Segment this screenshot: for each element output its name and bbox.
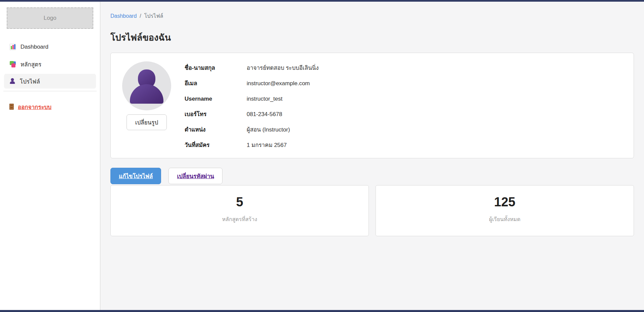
sidebar-item-label: โปรไฟล์ bbox=[20, 77, 40, 86]
field-row-position: ตำแหน่ง ผู้สอน (Instructor) bbox=[185, 126, 624, 133]
edit-profile-button[interactable]: แก้ไขโปรไฟล์ bbox=[110, 168, 161, 184]
field-label: ตำแหน่ง bbox=[185, 126, 247, 133]
breadcrumb-dashboard-link[interactable]: Dashboard bbox=[110, 13, 137, 19]
logout-link[interactable]: ออกจากระบบ bbox=[4, 100, 96, 113]
field-row-phone: เบอร์โทร 081-234-5678 bbox=[185, 111, 624, 118]
logo-placeholder: Logo bbox=[7, 7, 93, 29]
bar-chart-icon bbox=[9, 44, 16, 50]
avatar-column: เปลี่ยนรูป bbox=[118, 61, 175, 149]
profile-card: เปลี่ยนรูป ชื่อ-นามสกุล อาจารย์ทดสอบ ระบ… bbox=[110, 53, 634, 158]
field-row-register-date: วันที่สมัคร 1 มกราคม 2567 bbox=[185, 142, 624, 149]
logout-label: ออกจากระบบ bbox=[18, 102, 51, 111]
field-label: Username bbox=[185, 96, 247, 102]
field-value: อาจารย์ทดสอบ ระบบอีเลินนิ่ง bbox=[247, 65, 319, 71]
logo-text: Logo bbox=[44, 15, 56, 21]
stat-label: ผู้เรียนทั้งหมด bbox=[376, 215, 634, 223]
door-icon bbox=[9, 104, 14, 110]
field-value: instructor_test bbox=[247, 96, 283, 102]
field-label: วันที่สมัคร bbox=[185, 142, 247, 149]
sidebar-item-profile[interactable]: โปรไฟล์ bbox=[4, 74, 96, 89]
page-title: โปรไฟล์ของฉัน bbox=[110, 30, 634, 45]
avatar bbox=[122, 61, 171, 110]
field-label: ชื่อ-นามสกุล bbox=[185, 65, 247, 71]
field-label: อีเมล bbox=[185, 80, 247, 87]
avatar-silhouette-body bbox=[130, 84, 163, 104]
profile-fields: ชื่อ-นามสกุล อาจารย์ทดสอบ ระบบอีเลินนิ่ง… bbox=[185, 61, 624, 149]
sidebar-item-label: Dashboard bbox=[20, 44, 48, 50]
bottom-accent-bar bbox=[0, 310, 644, 312]
sidebar-item-courses[interactable]: หลักสูตร bbox=[4, 57, 96, 71]
field-row-name: ชื่อ-นามสกุล อาจารย์ทดสอบ ระบบอีเลินนิ่ง bbox=[185, 65, 624, 71]
field-row-email: อีเมล instructor@example.com bbox=[185, 80, 624, 87]
field-label: เบอร์โทร bbox=[185, 111, 247, 118]
person-icon bbox=[9, 78, 15, 84]
page-layout: Logo Dashboard หลักสูตร โปรไฟล์ ออกจากระ… bbox=[0, 2, 644, 310]
sidebar-item-dashboard[interactable]: Dashboard bbox=[4, 40, 96, 54]
breadcrumb-separator: / bbox=[140, 13, 141, 19]
stat-value: 125 bbox=[376, 195, 634, 209]
field-value: ผู้สอน (Instructor) bbox=[247, 126, 290, 133]
sidebar-divider bbox=[3, 91, 97, 91]
courses-icon bbox=[9, 61, 16, 67]
change-password-button[interactable]: เปลี่ยนรหัสผ่าน bbox=[168, 168, 222, 184]
stats-row: 5 หลักสูตรที่สร้าง 125 ผู้เรียนทั้งหมด bbox=[110, 185, 634, 236]
breadcrumb-current: โปรไฟล์ bbox=[144, 12, 163, 20]
breadcrumb: Dashboard / โปรไฟล์ bbox=[110, 12, 634, 20]
change-photo-button[interactable]: เปลี่ยนรูป bbox=[127, 114, 167, 130]
stat-label: หลักสูตรที่สร้าง bbox=[111, 215, 368, 223]
stat-value: 5 bbox=[111, 195, 368, 209]
field-value: 1 มกราคม 2567 bbox=[247, 142, 287, 149]
profile-actions: แก้ไขโปรไฟล์ เปลี่ยนรหัสผ่าน bbox=[110, 168, 634, 184]
sidebar-nav: Dashboard หลักสูตร โปรไฟล์ bbox=[4, 40, 96, 89]
field-value: instructor@example.com bbox=[247, 80, 310, 87]
main-content: Dashboard / โปรไฟล์ โปรไฟล์ของฉัน เปลี่ย… bbox=[100, 2, 644, 310]
stat-card-total-learners: 125 ผู้เรียนทั้งหมด bbox=[376, 185, 634, 236]
sidebar: Logo Dashboard หลักสูตร โปรไฟล์ ออกจากระ… bbox=[0, 2, 100, 310]
stat-card-courses-created: 5 หลักสูตรที่สร้าง bbox=[110, 185, 369, 236]
field-value: 081-234-5678 bbox=[247, 111, 282, 118]
sidebar-item-label: หลักสูตร bbox=[20, 60, 41, 69]
field-row-username: Username instructor_test bbox=[185, 96, 624, 102]
